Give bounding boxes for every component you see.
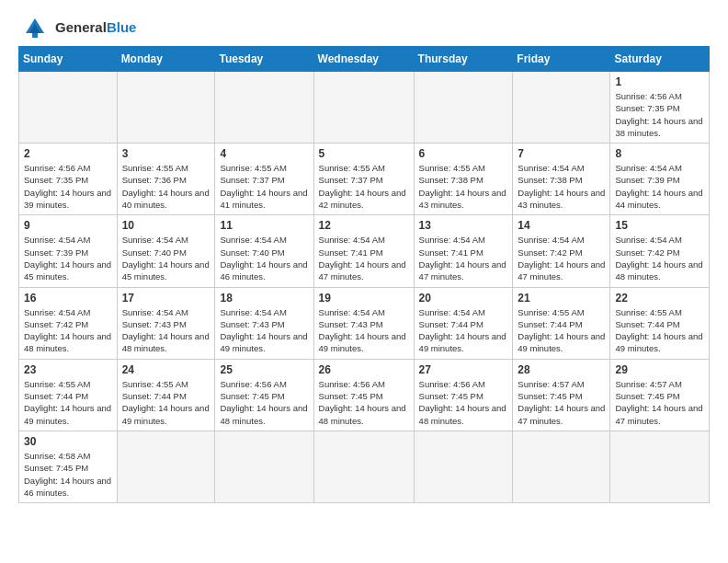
calendar-cell: 24Sunrise: 4:55 AM Sunset: 7:44 PM Dayli… — [117, 359, 215, 431]
calendar-cell: 18Sunrise: 4:54 AM Sunset: 7:43 PM Dayli… — [215, 287, 313, 359]
day-number: 23 — [24, 363, 112, 376]
day-info: Sunrise: 4:57 AM Sunset: 7:45 PM Dayligh… — [518, 378, 605, 427]
day-number: 8 — [615, 147, 704, 160]
day-info: Sunrise: 4:55 AM Sunset: 7:44 PM Dayligh… — [615, 306, 704, 355]
calendar-cell: 28Sunrise: 4:57 AM Sunset: 7:45 PM Dayli… — [513, 359, 610, 431]
day-number: 12 — [319, 219, 409, 232]
weekday-header-row: SundayMondayTuesdayWednesdayThursdayFrid… — [19, 47, 710, 72]
page-header: GeneralBlue — [18, 15, 710, 40]
calendar-cell: 7Sunrise: 4:54 AM Sunset: 7:38 PM Daylig… — [513, 144, 610, 215]
calendar-cell: 27Sunrise: 4:56 AM Sunset: 7:45 PM Dayli… — [414, 359, 513, 431]
day-number: 16 — [24, 292, 112, 304]
day-number: 2 — [24, 147, 112, 160]
calendar-cell: 23Sunrise: 4:55 AM Sunset: 7:44 PM Dayli… — [19, 359, 118, 431]
day-info: Sunrise: 4:54 AM Sunset: 7:42 PM Dayligh… — [615, 234, 704, 282]
calendar-cell: 2Sunrise: 4:56 AM Sunset: 7:35 PM Daylig… — [19, 144, 118, 215]
calendar-cell — [414, 72, 513, 144]
calendar-cell — [414, 431, 513, 502]
calendar-cell — [513, 72, 610, 144]
calendar-cell: 25Sunrise: 4:56 AM Sunset: 7:45 PM Dayli… — [215, 359, 313, 431]
day-info: Sunrise: 4:55 AM Sunset: 7:38 PM Dayligh… — [419, 162, 508, 211]
calendar-cell: 20Sunrise: 4:54 AM Sunset: 7:44 PM Dayli… — [414, 287, 513, 359]
day-info: Sunrise: 4:56 AM Sunset: 7:45 PM Dayligh… — [419, 378, 508, 427]
day-number: 5 — [319, 147, 409, 160]
day-info: Sunrise: 4:54 AM Sunset: 7:42 PM Dayligh… — [24, 306, 112, 355]
weekday-header-thursday: Thursday — [414, 47, 513, 72]
calendar-cell: 14Sunrise: 4:54 AM Sunset: 7:42 PM Dayli… — [513, 215, 610, 287]
day-number: 9 — [24, 219, 112, 232]
calendar-week-row: 16Sunrise: 4:54 AM Sunset: 7:42 PM Dayli… — [19, 287, 710, 359]
day-number: 29 — [615, 363, 704, 376]
day-number: 20 — [419, 292, 508, 304]
day-info: Sunrise: 4:55 AM Sunset: 7:44 PM Dayligh… — [518, 306, 605, 355]
day-info: Sunrise: 4:54 AM Sunset: 7:42 PM Dayligh… — [518, 234, 605, 282]
day-number: 15 — [615, 219, 704, 232]
calendar-week-row: 1Sunrise: 4:56 AM Sunset: 7:35 PM Daylig… — [19, 72, 710, 144]
day-info: Sunrise: 4:56 AM Sunset: 7:45 PM Dayligh… — [220, 378, 308, 427]
calendar-cell — [117, 431, 215, 502]
day-number: 22 — [615, 292, 704, 304]
calendar-cell: 5Sunrise: 4:55 AM Sunset: 7:37 PM Daylig… — [313, 144, 414, 215]
day-info: Sunrise: 4:54 AM Sunset: 7:43 PM Dayligh… — [220, 306, 308, 355]
calendar-week-row: 2Sunrise: 4:56 AM Sunset: 7:35 PM Daylig… — [19, 144, 710, 215]
calendar-cell: 9Sunrise: 4:54 AM Sunset: 7:39 PM Daylig… — [19, 215, 118, 287]
day-info: Sunrise: 4:54 AM Sunset: 7:40 PM Dayligh… — [220, 234, 308, 282]
calendar-cell — [117, 72, 215, 144]
calendar-cell: 12Sunrise: 4:54 AM Sunset: 7:41 PM Dayli… — [313, 215, 414, 287]
day-info: Sunrise: 4:54 AM Sunset: 7:41 PM Dayligh… — [419, 234, 508, 282]
calendar-cell — [513, 431, 610, 502]
day-info: Sunrise: 4:54 AM Sunset: 7:39 PM Dayligh… — [615, 162, 704, 211]
calendar-cell: 22Sunrise: 4:55 AM Sunset: 7:44 PM Dayli… — [610, 287, 710, 359]
calendar-cell — [313, 431, 414, 502]
day-info: Sunrise: 4:57 AM Sunset: 7:45 PM Dayligh… — [615, 378, 704, 427]
calendar-cell — [19, 72, 118, 144]
weekday-header-friday: Friday — [513, 47, 610, 72]
calendar-week-row: 9Sunrise: 4:54 AM Sunset: 7:39 PM Daylig… — [19, 215, 710, 287]
day-info: Sunrise: 4:54 AM Sunset: 7:44 PM Dayligh… — [419, 306, 508, 355]
day-number: 27 — [419, 363, 508, 376]
calendar-cell: 17Sunrise: 4:54 AM Sunset: 7:43 PM Dayli… — [117, 287, 215, 359]
weekday-header-sunday: Sunday — [19, 47, 118, 72]
calendar-cell: 16Sunrise: 4:54 AM Sunset: 7:42 PM Dayli… — [19, 287, 118, 359]
day-number: 24 — [122, 363, 210, 376]
day-number: 17 — [122, 292, 210, 304]
calendar-cell: 15Sunrise: 4:54 AM Sunset: 7:42 PM Dayli… — [610, 215, 710, 287]
calendar-cell — [215, 72, 313, 144]
day-number: 26 — [319, 363, 409, 376]
day-number: 11 — [220, 219, 308, 232]
day-number: 1 — [615, 75, 704, 88]
day-number: 19 — [319, 292, 409, 304]
day-number: 21 — [518, 292, 605, 304]
day-info: Sunrise: 4:55 AM Sunset: 7:44 PM Dayligh… — [122, 378, 210, 427]
day-info: Sunrise: 4:55 AM Sunset: 7:37 PM Dayligh… — [319, 162, 409, 211]
day-info: Sunrise: 4:55 AM Sunset: 7:44 PM Dayligh… — [24, 378, 112, 427]
calendar-cell: 1Sunrise: 4:56 AM Sunset: 7:35 PM Daylig… — [610, 72, 710, 144]
day-number: 30 — [24, 435, 112, 448]
day-info: Sunrise: 4:54 AM Sunset: 7:40 PM Dayligh… — [122, 234, 210, 282]
day-info: Sunrise: 4:58 AM Sunset: 7:45 PM Dayligh… — [24, 450, 112, 499]
weekday-header-saturday: Saturday — [610, 47, 710, 72]
calendar-cell: 29Sunrise: 4:57 AM Sunset: 7:45 PM Dayli… — [610, 359, 710, 431]
calendar-cell: 26Sunrise: 4:56 AM Sunset: 7:45 PM Dayli… — [313, 359, 414, 431]
day-info: Sunrise: 4:54 AM Sunset: 7:41 PM Dayligh… — [319, 234, 409, 282]
day-number: 18 — [220, 292, 308, 304]
logo-text: GeneralBlue — [55, 20, 136, 36]
day-number: 13 — [419, 219, 508, 232]
calendar-cell: 8Sunrise: 4:54 AM Sunset: 7:39 PM Daylig… — [610, 144, 710, 215]
day-number: 7 — [518, 147, 605, 160]
day-info: Sunrise: 4:54 AM Sunset: 7:38 PM Dayligh… — [518, 162, 605, 211]
day-number: 4 — [220, 147, 308, 160]
calendar-cell: 11Sunrise: 4:54 AM Sunset: 7:40 PM Dayli… — [215, 215, 313, 287]
weekday-header-monday: Monday — [117, 47, 215, 72]
day-number: 10 — [122, 219, 210, 232]
calendar-week-row: 30Sunrise: 4:58 AM Sunset: 7:45 PM Dayli… — [19, 431, 710, 502]
day-info: Sunrise: 4:56 AM Sunset: 7:45 PM Dayligh… — [319, 378, 409, 427]
calendar-cell: 6Sunrise: 4:55 AM Sunset: 7:38 PM Daylig… — [414, 144, 513, 215]
day-info: Sunrise: 4:56 AM Sunset: 7:35 PM Dayligh… — [615, 90, 704, 139]
calendar-week-row: 23Sunrise: 4:55 AM Sunset: 7:44 PM Dayli… — [19, 359, 710, 431]
day-info: Sunrise: 4:56 AM Sunset: 7:35 PM Dayligh… — [24, 162, 112, 211]
day-info: Sunrise: 4:54 AM Sunset: 7:43 PM Dayligh… — [319, 306, 409, 355]
day-info: Sunrise: 4:55 AM Sunset: 7:37 PM Dayligh… — [220, 162, 308, 211]
calendar-cell — [610, 431, 710, 502]
weekday-header-tuesday: Tuesday — [215, 47, 313, 72]
